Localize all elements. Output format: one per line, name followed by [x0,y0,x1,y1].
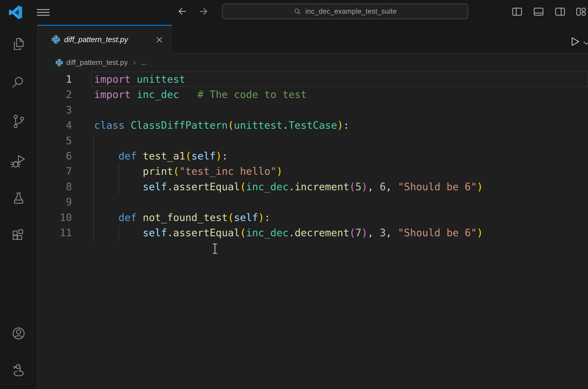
files-icon [11,36,27,52]
code-line-text: def test_a1(self): [94,148,228,164]
accounts-button[interactable] [11,325,27,341]
line-number[interactable]: 10 [38,210,94,225]
line-number[interactable]: 7 [38,164,94,179]
vscode-logo-icon [9,5,23,20]
command-center-search[interactable]: inc_dec_example_test_suite [222,4,468,19]
sidebar-item-explorer[interactable] [11,36,27,52]
customize-layout-button[interactable] [575,6,587,17]
editor-code-area[interactable]: 1import unittest2import inc_dec # The co… [38,72,588,389]
code-line-text: print("test_inc hello") [94,164,282,179]
code-line[interactable]: 11 self.assertEqual(inc_dec.decrement(7)… [38,225,588,240]
tab-diff-pattern-test[interactable]: diff_pattern_test.py [38,25,172,54]
tab-close-button[interactable] [155,35,164,44]
layout-sidebar-right-icon [554,6,566,17]
tab-bar: diff_pattern_test.py [38,25,588,54]
run-python-file-button[interactable] [569,36,581,48]
code-line[interactable]: 1import unittest [38,72,588,87]
hamburger-icon [37,9,50,10]
activity-bar [0,25,38,389]
code-line-text: import unittest [94,72,185,87]
code-line[interactable]: 10 def not_found_test(self): [38,210,588,225]
code-line[interactable]: 5 [38,133,588,148]
sidebar-item-run-and-debug[interactable] [11,153,27,169]
arrow-right-icon [200,8,207,14]
code-line-text: import inc_dec # The code to test [94,87,307,102]
extensions-icon [11,229,27,245]
code-line[interactable]: 8 self.assertEqual(inc_dec.increment(5),… [38,179,588,194]
sidebar-item-search[interactable] [11,75,27,91]
beaker-icon [11,190,27,207]
toggle-primary-sidebar-button[interactable] [511,6,523,17]
go-back-button[interactable] [177,6,188,17]
breadcrumb-more[interactable]: ... [141,58,147,67]
code-line[interactable]: 2import inc_dec # The code to test [38,87,588,102]
chevron-down-icon [582,38,588,48]
code-line[interactable]: 4class ClassDiffPattern(unittest.TestCas… [38,118,588,133]
code-line[interactable]: 6 def test_a1(self): [38,148,588,164]
search-value: inc_dec_example_test_suite [305,7,397,16]
line-number[interactable]: 5 [38,133,94,148]
chevron-right-icon [131,59,138,66]
code-lines: 1import unittest2import inc_dec # The co… [38,72,588,240]
arrow-left-icon [179,8,186,14]
line-number[interactable]: 1 [38,72,94,87]
python-file-icon [51,35,60,44]
sidebar-item-source-control[interactable] [11,113,27,129]
search-icon [293,7,301,15]
code-line-text: class ClassDiffPattern(unittest.TestCase… [94,118,349,133]
breadcrumb-file[interactable]: diff_pattern_test.py [66,58,128,67]
customize-layout-icon [575,6,587,17]
python-environments-button[interactable] [11,363,27,379]
account-icon [11,325,27,341]
toggle-secondary-sidebar-button[interactable] [554,6,566,17]
layout-panel-icon [533,6,544,17]
code-line[interactable]: 7 print("test_inc hello") [38,164,588,179]
line-number[interactable]: 2 [38,87,94,102]
code-line-text: def not_found_test(self): [94,210,270,225]
debug-play-bug-icon [11,153,27,169]
line-number[interactable]: 3 [38,102,94,118]
layout-sidebar-left-icon [511,6,523,17]
python-file-icon [55,59,63,66]
sidebar-item-extensions[interactable] [11,229,27,245]
toggle-panel-button[interactable] [533,6,544,17]
code-line[interactable]: 3 [38,102,588,118]
line-number[interactable]: 4 [38,118,94,133]
code-line-text: self.assertEqual(inc_dec.decrement(7), 3… [94,225,483,240]
code-line-text: self.assertEqual(inc_dec.increment(5), 6… [94,179,483,194]
code-line[interactable]: 9 [38,194,588,210]
application-menu-button[interactable] [37,7,50,18]
editor-group: diff_pattern_test.py diff_pa [38,25,588,389]
go-forward-button[interactable] [198,6,209,17]
line-number[interactable]: 6 [38,148,94,164]
run-options-dropdown[interactable] [582,38,588,48]
snake-icon [11,363,27,379]
git-branch-icon [11,113,27,129]
play-icon [569,36,581,48]
breadcrumb: diff_pattern_test.py ... [38,54,588,72]
search-icon [11,75,27,91]
line-number[interactable]: 8 [38,179,94,194]
line-number[interactable]: 11 [38,225,94,240]
close-icon [155,35,164,44]
tab-label: diff_pattern_test.py [64,26,128,54]
title-bar: inc_dec_example_test_suite [0,0,588,25]
line-number[interactable]: 9 [38,194,94,210]
sidebar-item-testing[interactable] [11,190,27,207]
